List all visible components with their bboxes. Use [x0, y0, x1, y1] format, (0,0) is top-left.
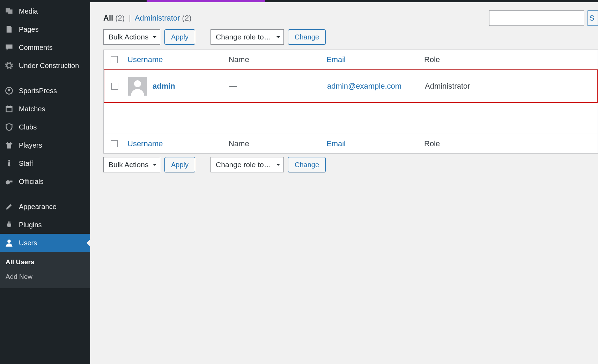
username-link[interactable]: admin [153, 82, 175, 91]
admin-sidebar: Media Pages Comments Under Construction … [0, 2, 90, 364]
table-blank [104, 103, 598, 134]
select-all-checkbox[interactable] [111, 56, 118, 63]
sidebar-item-matches[interactable]: Matches [0, 100, 90, 118]
col-username[interactable]: Username [125, 51, 226, 68]
sidebar-item-media[interactable]: Media [0, 2, 90, 20]
sidebar-item-pages[interactable]: Pages [0, 20, 90, 38]
sidebar-item-label: Officials [19, 178, 44, 186]
sidebar-item-plugins[interactable]: Plugins [0, 216, 90, 234]
sidebar-item-label: SportsPress [19, 87, 57, 95]
filter-administrator[interactable]: Administrator [135, 14, 180, 22]
brush-icon [4, 202, 14, 211]
cell-role: Administrator [422, 77, 499, 95]
svg-point-1 [6, 180, 10, 184]
sidebar-item-label: Under Construction [19, 62, 79, 70]
apply-button-bottom[interactable]: Apply [164, 157, 195, 172]
submenu-all-users[interactable]: All Users [0, 255, 90, 269]
apply-button[interactable]: Apply [164, 29, 195, 45]
avatar [128, 77, 147, 96]
soccer-icon [4, 87, 14, 95]
bulk-actions-select[interactable]: Bulk Actions [103, 29, 160, 45]
col-role-foot: Role [421, 135, 498, 153]
sidebar-item-appearance[interactable]: Appearance [0, 198, 90, 216]
search-button-partial[interactable]: S [588, 10, 598, 26]
svg-point-2 [7, 239, 11, 243]
sidebar-item-label: Matches [19, 105, 45, 113]
sidebar-item-under-construction[interactable]: Under Construction [0, 57, 90, 75]
main-content: All (2) | Administrator (2) S Bulk Actio… [90, 2, 598, 364]
whistle-icon [4, 177, 14, 186]
comments-icon [4, 43, 14, 52]
submenu-add-new[interactable]: Add New [0, 269, 90, 284]
row-checkbox[interactable] [111, 83, 118, 90]
sidebar-item-sportspress[interactable]: SportsPress [0, 82, 90, 100]
sidebar-item-staff[interactable]: Staff [0, 154, 90, 172]
sidebar-item-label: Comments [19, 44, 53, 52]
svg-point-4 [134, 80, 141, 87]
cell-name: — [227, 77, 324, 95]
tie-icon [4, 159, 14, 168]
sidebar-item-label: Players [19, 141, 42, 149]
bulk-actions-select-bottom[interactable]: Bulk Actions [103, 157, 160, 172]
col-email[interactable]: Email [324, 51, 421, 68]
col-username-foot[interactable]: Username [125, 135, 226, 153]
sidebar-submenu-users: All Users Add New [0, 252, 90, 288]
change-role-select[interactable]: Change role to… [211, 29, 284, 45]
email-link[interactable]: admin@example.com [327, 82, 401, 90]
change-role-select-bottom[interactable]: Change role to… [211, 157, 284, 172]
filter-links: All (2) | Administrator (2) [103, 14, 192, 23]
sidebar-item-label: Staff [19, 159, 33, 168]
table-header: Username Name Email Role [104, 50, 598, 69]
top-bar-accent [147, 0, 265, 2]
sidebar-item-label: Media [19, 7, 38, 15]
col-email-foot[interactable]: Email [324, 135, 421, 153]
calendar-icon [4, 105, 14, 113]
shirt-icon [4, 141, 14, 149]
shield-icon [4, 123, 14, 131]
bulk-actions-top: Bulk Actions Apply Change role to… Chang… [103, 29, 598, 45]
media-icon [4, 7, 14, 15]
sidebar-item-label: Users [19, 239, 37, 247]
sidebar-item-players[interactable]: Players [0, 136, 90, 154]
table-footer: Username Name Email Role [104, 134, 598, 153]
select-all-checkbox-bottom[interactable] [111, 140, 118, 147]
table-row-highlighted: admin — admin@example.com Administrator [104, 69, 598, 103]
sidebar-item-label: Plugins [19, 221, 42, 229]
users-table: Username Name Email Role admin — admin@e… [103, 50, 598, 154]
sidebar-item-clubs[interactable]: Clubs [0, 118, 90, 136]
change-button[interactable]: Change [288, 29, 326, 45]
sidebar-item-label: Pages [19, 25, 39, 34]
sidebar-item-users[interactable]: Users [0, 234, 90, 252]
bulk-actions-bottom: Bulk Actions Apply Change role to… Chang… [103, 157, 598, 172]
filter-all-count: (2) [115, 14, 125, 22]
pages-icon [4, 25, 14, 34]
gear-icon [4, 61, 14, 70]
user-icon [4, 239, 14, 247]
sidebar-item-label: Clubs [19, 123, 37, 131]
search-users-input[interactable] [489, 10, 584, 26]
filter-all[interactable]: All [103, 14, 113, 22]
sidebar-item-comments[interactable]: Comments [0, 38, 90, 57]
col-role: Role [421, 51, 498, 68]
filter-admin-count: (2) [182, 14, 192, 22]
top-bar [0, 0, 598, 2]
col-name: Name [226, 51, 324, 68]
col-name-foot: Name [226, 135, 324, 153]
sidebar-item-officials[interactable]: Officials [0, 172, 90, 191]
change-button-bottom[interactable]: Change [288, 157, 326, 172]
plug-icon [4, 221, 14, 229]
sidebar-item-label: Appearance [19, 203, 57, 211]
